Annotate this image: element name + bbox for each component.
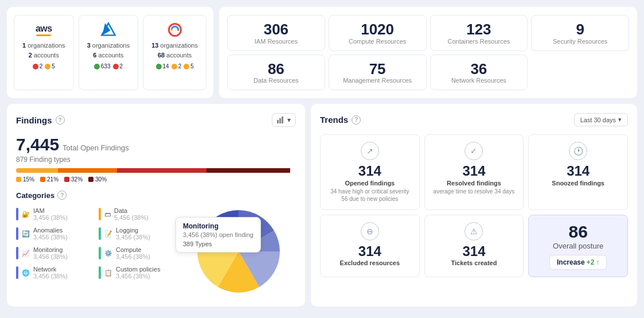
bar-legend-2: 21%	[40, 176, 58, 183]
legend-sq-2	[40, 177, 45, 182]
svg-rect-5	[277, 120, 279, 123]
legend-sq-4	[88, 177, 93, 182]
resource-iam-num: 306	[264, 21, 288, 38]
resource-data-num: 86	[268, 61, 284, 77]
cat-label-compute: Compute3,456 (38%)	[116, 246, 150, 260]
posture-label: Overall posture	[553, 242, 603, 250]
findings-help-icon[interactable]: ?	[56, 115, 65, 125]
cat-icon-logging: 📝	[104, 230, 112, 238]
cat-bar-custom	[99, 266, 101, 279]
findings-header: Findings ? ▾	[16, 113, 296, 127]
legend-sq-3	[64, 177, 69, 182]
resource-network: 36 Network Resources	[430, 55, 528, 91]
trend-excluded-num: 314	[358, 244, 381, 259]
aws-badges: 2 5	[33, 63, 55, 69]
bar-seg-2	[58, 168, 116, 173]
increase-badge: Increase +2 ↑	[549, 255, 607, 270]
cat-icon-data: 🗃	[104, 211, 111, 218]
resource-network-num: 36	[470, 61, 487, 77]
cat-bar-logging	[99, 227, 101, 240]
cat-icon-anomalies: 🔄	[22, 230, 30, 238]
bottom-row: Findings ? ▾ 7,445 Total Open Findings 8…	[7, 104, 637, 307]
cat-icon-compute: ⚙️	[104, 250, 112, 257]
trend-opened-icon: ↗	[361, 142, 379, 160]
gcp-badges: 14 2 5	[156, 63, 194, 69]
categories-title: Categories ?	[16, 191, 296, 200]
cat-icon-monitoring: 📈	[22, 250, 30, 257]
svg-point-3	[170, 29, 173, 31]
trend-excluded-label: Excluded resources	[340, 259, 400, 266]
trend-tickets-num: 314	[462, 244, 485, 259]
resource-security-num: 9	[576, 21, 584, 38]
trend-posture: 86 Overall posture Increase +2 ↑	[528, 215, 628, 277]
azure-info: 3 organizations6 accounts	[87, 41, 130, 60]
trend-resolved: ✓ 314 Resolved findings average time to …	[424, 134, 524, 210]
cat-monitoring: 📈 Monitoring3,456 (38%)	[16, 245, 93, 262]
findings-types: 879 Finding types	[16, 156, 296, 164]
trend-opened: ↗ 314 Opened findings 34 have high or cr…	[320, 134, 420, 210]
resource-security-label: Security Resources	[553, 38, 607, 45]
gcp-logo	[167, 21, 183, 38]
cloud-accounts-panel: aws 1 organizations2 accounts 2 5	[7, 7, 213, 98]
pie-tooltip-sub: 3,456 (38%) open finding	[183, 231, 253, 238]
cat-compute: ⚙️ Compute3,456 (38%)	[99, 245, 175, 262]
svg-point-4	[177, 29, 179, 31]
cat-icon-iam: 🔐	[22, 211, 30, 218]
bar-seg-4	[206, 168, 290, 173]
resource-empty	[531, 55, 629, 91]
trends-help-icon[interactable]: ?	[352, 115, 361, 125]
pie-tooltip-types: 389 Types	[183, 241, 253, 247]
chart-toggle-button[interactable]: ▾	[272, 113, 296, 127]
resource-containers-num: 123	[466, 21, 491, 38]
aws-card: aws 1 organizations2 accounts 2 5	[14, 15, 74, 90]
trend-snoozed-num: 314	[567, 164, 590, 179]
resource-management-label: Management Resources	[343, 77, 412, 84]
pie-chart-section: Monitoring 3,456 (38%) open finding 389 …	[181, 205, 296, 297]
trend-opened-sub: 34 have high or critical severity56 due …	[330, 188, 409, 203]
pie-tooltip-title: Monitoring	[183, 222, 253, 230]
cat-label-monitoring: Monitoring3,456 (38%)	[33, 246, 68, 260]
trend-snoozed: 🕐 314 Snoozed findings	[528, 134, 628, 210]
trend-tickets: ⚠ 314 Tickets created	[424, 215, 524, 277]
categories-section: 🔐 IAM3,456 (38%) 🗃 Data5,456 (38%) 🔄 Ano…	[16, 205, 175, 297]
trend-resolved-num: 314	[462, 164, 485, 179]
trend-opened-label: Opened findings	[345, 180, 395, 187]
categories-help-icon[interactable]: ?	[57, 191, 67, 200]
increase-label: Increase	[557, 258, 585, 266]
cat-custom: 📋 Custom policies3,456 (38%)	[99, 264, 175, 281]
categories-grid: 🔐 IAM3,456 (38%) 🗃 Data5,456 (38%) 🔄 Ano…	[16, 205, 175, 281]
azure-logo	[100, 21, 116, 38]
resource-containers: 123 Containers Resources	[430, 15, 528, 51]
date-range-picker[interactable]: Last 30 days ▾	[574, 113, 628, 126]
trend-snoozed-label: Snoozed findings	[552, 180, 604, 187]
cat-label-network: Network3,456 (38%)	[33, 266, 68, 280]
aws-info: 1 organizations2 accounts	[22, 41, 65, 60]
cat-label-iam: IAM3,456 (38%)	[33, 207, 68, 221]
gcp-card: 13 organizations68 accounts 14 2 5	[143, 15, 206, 90]
trends-grid: ↗ 314 Opened findings 34 have high or cr…	[320, 134, 628, 277]
bar-seg-1	[16, 168, 58, 173]
resource-compute-label: Compute Resources	[349, 38, 406, 45]
resource-compute-num: 1020	[361, 21, 394, 38]
cat-icon-custom: 📋	[104, 269, 112, 277]
chevron-down-icon: ▾	[618, 116, 622, 123]
svg-rect-6	[279, 118, 281, 123]
cat-label-logging: Logging3,456 (38%)	[116, 227, 150, 241]
bar-legend-1: 15%	[16, 176, 34, 183]
findings-bar	[16, 168, 296, 173]
trends-panel: Trends ? Last 30 days ▾ ↗ 314 Opened fin…	[311, 104, 637, 307]
increase-value: +2	[587, 258, 595, 266]
resource-iam: 306 IAM Resources	[227, 15, 325, 51]
resource-management: 75 Management Resources	[329, 55, 427, 91]
legend-sq-1	[16, 177, 21, 182]
pie-tooltip: Monitoring 3,456 (38%) open finding 389 …	[175, 217, 261, 253]
trends-title: Trends ?	[320, 115, 361, 125]
trend-resolved-label: Resolved findings	[447, 180, 501, 187]
resource-grid: 306 IAM Resources 1020 Compute Resources…	[219, 7, 637, 98]
trend-resolved-icon: ✓	[465, 142, 483, 160]
trend-resolved-sub: average time to resolve 34 days	[434, 188, 515, 195]
cat-anomalies: 🔄 Anomalies3,456 (38%)	[16, 225, 93, 242]
cat-label-data: Data5,456 (38%)	[114, 207, 149, 221]
resource-compute: 1020 Compute Resources	[329, 15, 427, 51]
cat-network: 🌐 Network3,456 (38%)	[16, 264, 93, 281]
